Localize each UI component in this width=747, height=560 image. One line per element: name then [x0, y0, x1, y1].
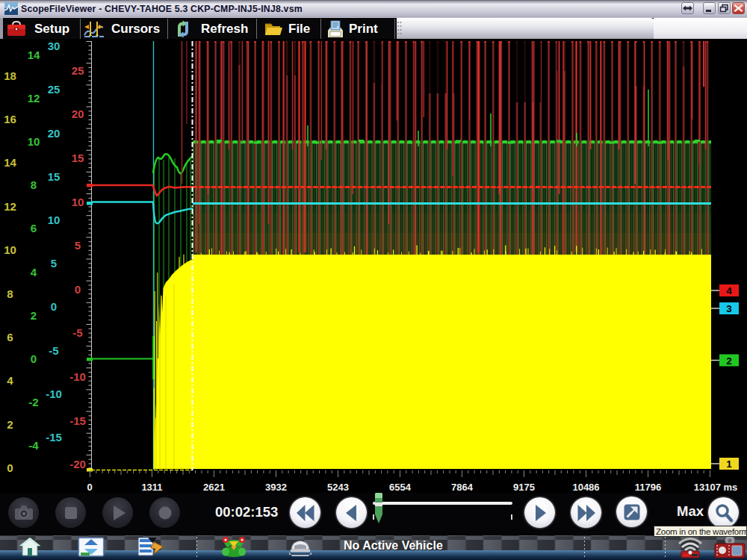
svg-text:15: 15 [48, 170, 61, 183]
svg-text:2: 2 [7, 418, 13, 431]
svg-text:25: 25 [72, 64, 84, 77]
svg-text:10486: 10486 [572, 482, 599, 493]
svg-text:10: 10 [4, 243, 16, 256]
svg-text:14: 14 [28, 49, 40, 61]
svg-text:2: 2 [31, 309, 37, 322]
svg-text:5: 5 [75, 239, 81, 252]
svg-text:30: 30 [48, 40, 61, 52]
svg-text:13107 ms: 13107 ms [694, 482, 738, 493]
svg-text:20: 20 [72, 108, 84, 120]
svg-text:12: 12 [4, 200, 16, 213]
svg-text:0: 0 [7, 461, 13, 474]
svg-text:6554: 6554 [389, 482, 412, 493]
svg-text:4: 4 [7, 374, 13, 387]
svg-text:10: 10 [48, 214, 61, 226]
svg-text:12: 12 [28, 92, 40, 105]
svg-text:0: 0 [51, 300, 57, 313]
svg-text:1311: 1311 [141, 482, 162, 493]
svg-text:9175: 9175 [513, 482, 535, 493]
svg-text:0: 0 [87, 482, 92, 493]
svg-text:5243: 5243 [327, 482, 349, 493]
svg-text:20: 20 [48, 127, 61, 140]
svg-text:-10: -10 [46, 388, 62, 400]
svg-text:18: 18 [4, 69, 16, 82]
svg-text:-20: -20 [69, 458, 86, 470]
svg-text:-15: -15 [69, 414, 86, 427]
svg-text:5: 5 [51, 257, 57, 270]
svg-text:16: 16 [4, 113, 16, 125]
svg-text:-10: -10 [69, 370, 86, 383]
svg-text:15: 15 [72, 152, 84, 164]
svg-text:4: 4 [31, 266, 37, 279]
svg-text:11796: 11796 [635, 482, 661, 493]
svg-text:-15: -15 [46, 431, 62, 444]
svg-text:3932: 3932 [265, 482, 287, 493]
svg-text:3: 3 [726, 303, 732, 314]
svg-text:14: 14 [4, 156, 16, 169]
svg-text:7864: 7864 [451, 482, 474, 493]
svg-text:8: 8 [31, 178, 37, 191]
svg-text:2: 2 [726, 355, 732, 367]
svg-text:0: 0 [31, 352, 37, 365]
svg-text:0: 0 [75, 283, 81, 296]
svg-text:-2: -2 [28, 396, 38, 408]
svg-text:10: 10 [28, 135, 40, 148]
svg-text:6: 6 [31, 222, 37, 234]
svg-text:2621: 2621 [203, 482, 225, 493]
svg-text:8: 8 [7, 287, 13, 300]
svg-text:10: 10 [72, 196, 84, 208]
svg-text:4: 4 [726, 285, 732, 296]
svg-text:1: 1 [726, 458, 732, 470]
svg-text:6: 6 [7, 331, 13, 343]
svg-text:-5: -5 [49, 344, 58, 357]
svg-text:-4: -4 [28, 439, 39, 452]
svg-text:-5: -5 [72, 326, 82, 339]
svg-text:25: 25 [48, 83, 61, 96]
